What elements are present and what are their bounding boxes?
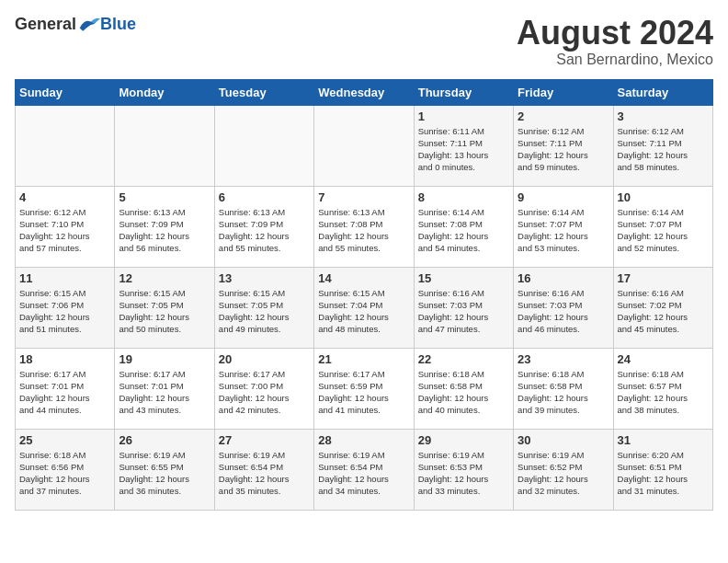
calendar-cell bbox=[214, 105, 313, 186]
logo-bird-icon bbox=[78, 17, 100, 33]
calendar-cell: 23Sunrise: 6:18 AMSunset: 6:58 PMDayligh… bbox=[514, 348, 613, 429]
calendar-cell: 17Sunrise: 6:16 AMSunset: 7:02 PMDayligh… bbox=[613, 267, 712, 348]
day-number: 22 bbox=[418, 352, 509, 366]
day-number: 11 bbox=[19, 271, 110, 285]
day-number: 6 bbox=[219, 190, 310, 204]
day-number: 16 bbox=[518, 271, 609, 285]
calendar-cell: 29Sunrise: 6:19 AMSunset: 6:53 PMDayligh… bbox=[414, 429, 513, 510]
day-detail: Sunrise: 6:15 AMSunset: 7:05 PMDaylight:… bbox=[219, 287, 310, 336]
weekday-header-monday: Monday bbox=[115, 79, 214, 105]
calendar-cell: 13Sunrise: 6:15 AMSunset: 7:05 PMDayligh… bbox=[214, 267, 313, 348]
day-number: 14 bbox=[318, 271, 409, 285]
calendar-header: SundayMondayTuesdayWednesdayThursdayFrid… bbox=[16, 79, 713, 105]
calendar-cell: 3Sunrise: 6:12 AMSunset: 7:11 PMDaylight… bbox=[613, 105, 712, 186]
day-detail: Sunrise: 6:15 AMSunset: 7:06 PMDaylight:… bbox=[19, 287, 110, 336]
calendar-cell: 20Sunrise: 6:17 AMSunset: 7:00 PMDayligh… bbox=[214, 348, 313, 429]
logo-blue-text: Blue bbox=[100, 15, 136, 34]
day-number: 3 bbox=[618, 109, 709, 123]
weekday-header-friday: Friday bbox=[514, 79, 613, 105]
day-detail: Sunrise: 6:11 AMSunset: 7:11 PMDaylight:… bbox=[418, 125, 509, 174]
day-detail: Sunrise: 6:14 AMSunset: 7:07 PMDaylight:… bbox=[618, 206, 709, 255]
day-number: 5 bbox=[119, 190, 210, 204]
page-header: General Blue August 2024 San Bernardino,… bbox=[15, 15, 713, 68]
day-number: 15 bbox=[418, 271, 509, 285]
day-detail: Sunrise: 6:19 AMSunset: 6:55 PMDaylight:… bbox=[119, 449, 210, 498]
day-detail: Sunrise: 6:18 AMSunset: 6:58 PMDaylight:… bbox=[518, 368, 609, 417]
calendar-cell: 19Sunrise: 6:17 AMSunset: 7:01 PMDayligh… bbox=[115, 348, 214, 429]
calendar-cell: 8Sunrise: 6:14 AMSunset: 7:08 PMDaylight… bbox=[414, 186, 513, 267]
day-number: 20 bbox=[219, 352, 310, 366]
calendar-cell: 28Sunrise: 6:19 AMSunset: 6:54 PMDayligh… bbox=[314, 429, 414, 510]
day-detail: Sunrise: 6:18 AMSunset: 6:56 PMDaylight:… bbox=[19, 449, 110, 498]
calendar-month-year: August 2024 bbox=[517, 15, 713, 52]
day-detail: Sunrise: 6:19 AMSunset: 6:53 PMDaylight:… bbox=[418, 449, 509, 498]
day-detail: Sunrise: 6:19 AMSunset: 6:54 PMDaylight:… bbox=[318, 449, 409, 498]
calendar-cell: 14Sunrise: 6:15 AMSunset: 7:04 PMDayligh… bbox=[314, 267, 414, 348]
calendar-cell: 5Sunrise: 6:13 AMSunset: 7:09 PMDaylight… bbox=[115, 186, 214, 267]
calendar-cell: 4Sunrise: 6:12 AMSunset: 7:10 PMDaylight… bbox=[16, 186, 115, 267]
weekday-header-wednesday: Wednesday bbox=[314, 79, 414, 105]
day-detail: Sunrise: 6:14 AMSunset: 7:08 PMDaylight:… bbox=[418, 206, 509, 255]
calendar-cell: 9Sunrise: 6:14 AMSunset: 7:07 PMDaylight… bbox=[514, 186, 613, 267]
day-detail: Sunrise: 6:20 AMSunset: 6:51 PMDaylight:… bbox=[618, 449, 709, 498]
calendar-cell: 27Sunrise: 6:19 AMSunset: 6:54 PMDayligh… bbox=[214, 429, 313, 510]
day-detail: Sunrise: 6:13 AMSunset: 7:09 PMDaylight:… bbox=[119, 206, 210, 255]
day-detail: Sunrise: 6:19 AMSunset: 6:52 PMDaylight:… bbox=[518, 449, 609, 498]
day-number: 30 bbox=[518, 433, 609, 447]
day-number: 31 bbox=[618, 433, 709, 447]
day-number: 8 bbox=[418, 190, 509, 204]
day-detail: Sunrise: 6:12 AMSunset: 7:11 PMDaylight:… bbox=[618, 125, 709, 174]
day-number: 9 bbox=[518, 190, 609, 204]
logo: General Blue bbox=[15, 15, 136, 34]
calendar-title-block: August 2024 San Bernardino, Mexico bbox=[517, 15, 713, 68]
day-detail: Sunrise: 6:18 AMSunset: 6:58 PMDaylight:… bbox=[418, 368, 509, 417]
calendar-week-row: 4Sunrise: 6:12 AMSunset: 7:10 PMDaylight… bbox=[16, 186, 713, 267]
day-detail: Sunrise: 6:14 AMSunset: 7:07 PMDaylight:… bbox=[518, 206, 609, 255]
calendar-cell bbox=[115, 105, 214, 186]
day-detail: Sunrise: 6:13 AMSunset: 7:08 PMDaylight:… bbox=[318, 206, 409, 255]
day-number: 26 bbox=[119, 433, 210, 447]
day-number: 13 bbox=[219, 271, 310, 285]
calendar-body: 1Sunrise: 6:11 AMSunset: 7:11 PMDaylight… bbox=[16, 105, 713, 510]
day-number: 7 bbox=[318, 190, 409, 204]
calendar-cell: 21Sunrise: 6:17 AMSunset: 6:59 PMDayligh… bbox=[314, 348, 414, 429]
calendar-week-row: 1Sunrise: 6:11 AMSunset: 7:11 PMDaylight… bbox=[16, 105, 713, 186]
day-number: 1 bbox=[418, 109, 509, 123]
day-detail: Sunrise: 6:17 AMSunset: 7:01 PMDaylight:… bbox=[119, 368, 210, 417]
day-number: 29 bbox=[418, 433, 509, 447]
day-detail: Sunrise: 6:17 AMSunset: 6:59 PMDaylight:… bbox=[318, 368, 409, 417]
weekday-header-tuesday: Tuesday bbox=[214, 79, 313, 105]
calendar-cell: 6Sunrise: 6:13 AMSunset: 7:09 PMDaylight… bbox=[214, 186, 313, 267]
day-number: 10 bbox=[618, 190, 709, 204]
day-number: 2 bbox=[518, 109, 609, 123]
day-number: 19 bbox=[119, 352, 210, 366]
calendar-week-row: 18Sunrise: 6:17 AMSunset: 7:01 PMDayligh… bbox=[16, 348, 713, 429]
calendar-cell: 18Sunrise: 6:17 AMSunset: 7:01 PMDayligh… bbox=[16, 348, 115, 429]
day-detail: Sunrise: 6:19 AMSunset: 6:54 PMDaylight:… bbox=[219, 449, 310, 498]
weekday-header-saturday: Saturday bbox=[613, 79, 712, 105]
day-number: 4 bbox=[19, 190, 110, 204]
calendar-cell: 12Sunrise: 6:15 AMSunset: 7:05 PMDayligh… bbox=[115, 267, 214, 348]
calendar-cell: 10Sunrise: 6:14 AMSunset: 7:07 PMDayligh… bbox=[613, 186, 712, 267]
day-detail: Sunrise: 6:12 AMSunset: 7:10 PMDaylight:… bbox=[19, 206, 110, 255]
calendar-table: SundayMondayTuesdayWednesdayThursdayFrid… bbox=[15, 79, 713, 511]
day-number: 27 bbox=[219, 433, 310, 447]
calendar-cell: 31Sunrise: 6:20 AMSunset: 6:51 PMDayligh… bbox=[613, 429, 712, 510]
day-detail: Sunrise: 6:15 AMSunset: 7:05 PMDaylight:… bbox=[119, 287, 210, 336]
calendar-cell: 30Sunrise: 6:19 AMSunset: 6:52 PMDayligh… bbox=[514, 429, 613, 510]
calendar-cell bbox=[314, 105, 414, 186]
day-detail: Sunrise: 6:17 AMSunset: 7:00 PMDaylight:… bbox=[219, 368, 310, 417]
calendar-location: San Bernardino, Mexico bbox=[517, 52, 713, 68]
calendar-cell: 25Sunrise: 6:18 AMSunset: 6:56 PMDayligh… bbox=[16, 429, 115, 510]
day-detail: Sunrise: 6:17 AMSunset: 7:01 PMDaylight:… bbox=[19, 368, 110, 417]
day-detail: Sunrise: 6:16 AMSunset: 7:03 PMDaylight:… bbox=[518, 287, 609, 336]
day-detail: Sunrise: 6:16 AMSunset: 7:02 PMDaylight:… bbox=[618, 287, 709, 336]
calendar-cell: 15Sunrise: 6:16 AMSunset: 7:03 PMDayligh… bbox=[414, 267, 513, 348]
calendar-week-row: 11Sunrise: 6:15 AMSunset: 7:06 PMDayligh… bbox=[16, 267, 713, 348]
day-number: 12 bbox=[119, 271, 210, 285]
day-detail: Sunrise: 6:16 AMSunset: 7:03 PMDaylight:… bbox=[418, 287, 509, 336]
calendar-cell: 26Sunrise: 6:19 AMSunset: 6:55 PMDayligh… bbox=[115, 429, 214, 510]
weekday-header-row: SundayMondayTuesdayWednesdayThursdayFrid… bbox=[16, 79, 713, 105]
calendar-cell: 24Sunrise: 6:18 AMSunset: 6:57 PMDayligh… bbox=[613, 348, 712, 429]
day-detail: Sunrise: 6:15 AMSunset: 7:04 PMDaylight:… bbox=[318, 287, 409, 336]
